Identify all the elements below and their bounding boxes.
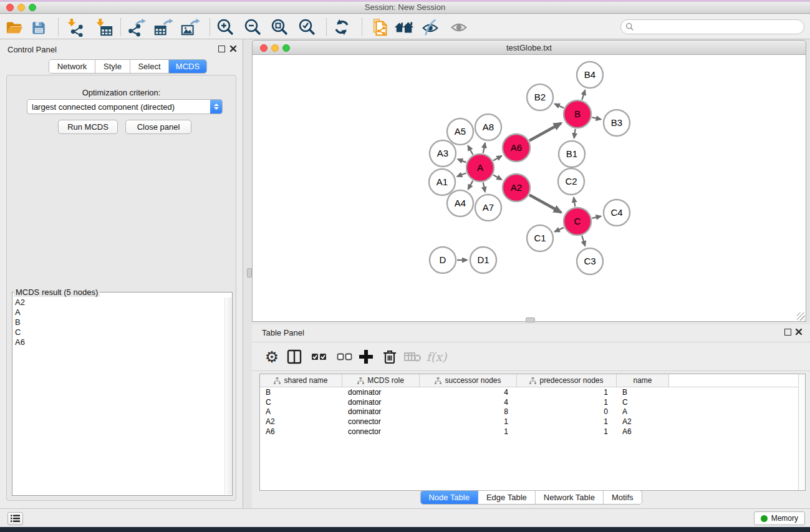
edge-A2-C[interactable] (529, 195, 561, 213)
edge-B-B1[interactable] (574, 129, 576, 138)
edge-A-A5[interactable] (468, 146, 473, 155)
close-panel-button[interactable]: Close panel (125, 120, 191, 134)
mcds-result-item-a2[interactable]: A2 (15, 297, 232, 307)
network-close-button[interactable] (260, 44, 268, 52)
run-mcds-button[interactable]: Run MCDS (58, 120, 118, 134)
edge-A-A2[interactable] (493, 175, 501, 180)
import-network-icon[interactable] (64, 17, 85, 38)
tab-select[interactable]: Select (130, 60, 169, 73)
horizontal-splitter-handle[interactable] (526, 317, 535, 322)
edge-A-A6[interactable] (493, 156, 501, 160)
minimize-window-button[interactable] (17, 4, 25, 11)
mcds-result-item-a6[interactable]: A6 (15, 337, 232, 347)
cell-MCDS-role[interactable]: connector (342, 427, 420, 436)
zoom-fit-icon[interactable] (269, 17, 290, 38)
edge-C-C3[interactable] (582, 236, 585, 246)
zoom-selected-icon[interactable] (296, 17, 317, 38)
select-all-checkboxes-icon[interactable] (310, 347, 329, 366)
cell-shared-name[interactable]: A2 (260, 417, 342, 426)
tab-network-table[interactable]: Network Table (536, 491, 604, 504)
table-row[interactable]: Adominator80A (260, 407, 805, 417)
search-field[interactable] (620, 19, 804, 34)
zoom-window-button[interactable] (29, 4, 36, 11)
float-table-panel-icon[interactable] (784, 329, 791, 336)
network-canvas[interactable]: AA1A2A3A4A5A6A7A8BB1B2B3B4CC1C2C3C4DD1 (252, 55, 806, 322)
dropdown-stepper-icon[interactable] (210, 100, 222, 114)
new-network-from-selection-icon[interactable] (370, 17, 391, 38)
cell-MCDS-role[interactable]: dominator (342, 388, 420, 397)
table-options-gear-icon[interactable]: ⚙ (263, 347, 281, 366)
tab-mcds[interactable]: MCDS (169, 60, 206, 73)
network-window-titlebar[interactable]: testGlobe.txt (252, 40, 806, 55)
cell-predecessor-nodes[interactable]: 1 (517, 398, 617, 407)
cell-successor-nodes[interactable]: 1 (420, 427, 517, 436)
column-header-shared-name[interactable]: shared name (260, 374, 342, 387)
tab-edge-table[interactable]: Edge Table (478, 491, 536, 504)
edge-A-A1[interactable] (457, 173, 466, 176)
network-graph[interactable]: AA1A2A3A4A5A6A7A8BB1B2B3B4CC1C2C3C4DD1 (253, 55, 806, 321)
cell-shared-name[interactable]: C (260, 398, 342, 407)
cell-name[interactable]: A6 (617, 427, 669, 436)
edge-B-B3[interactable] (592, 117, 600, 119)
window-resize-grip[interactable] (797, 312, 805, 321)
cell-successor-nodes[interactable]: 8 (420, 407, 517, 416)
mcds-result-item-b[interactable]: B (15, 317, 232, 327)
cell-successor-nodes[interactable]: 1 (420, 417, 517, 426)
open-file-icon[interactable] (3, 17, 24, 38)
cell-MCDS-role[interactable]: connector (342, 417, 420, 426)
edge-A6-B[interactable] (529, 123, 561, 140)
edge-A-A4[interactable] (468, 181, 473, 189)
network-zoom-button[interactable] (282, 44, 290, 52)
table-row[interactable]: A6connector11A6 (260, 427, 805, 437)
edge-C-C4[interactable] (592, 216, 600, 218)
deselect-all-checkboxes-icon[interactable] (335, 347, 354, 366)
close-window-button[interactable] (6, 4, 14, 11)
network-minimize-button[interactable] (271, 44, 279, 52)
tab-network[interactable]: Network (49, 60, 95, 73)
cell-predecessor-nodes[interactable]: 1 (517, 427, 617, 436)
cell-name[interactable]: C (617, 398, 669, 407)
cell-successor-nodes[interactable]: 4 (420, 398, 517, 407)
edge-B-B2[interactable] (555, 104, 564, 108)
mcds-result-item-a[interactable]: A (15, 307, 232, 317)
export-image-icon[interactable] (179, 17, 200, 38)
table-row[interactable]: A2connector11A2 (260, 417, 805, 427)
mcds-result-list[interactable]: A2ABCA6 (12, 297, 232, 495)
create-column-icon[interactable] (357, 347, 375, 366)
table-scrollbar[interactable] (798, 374, 805, 490)
show-all-icon[interactable] (448, 17, 470, 38)
search-input[interactable] (637, 21, 804, 32)
refresh-layout-icon[interactable] (331, 17, 352, 38)
edge-A-A8[interactable] (483, 143, 485, 153)
vertical-splitter-handle[interactable] (247, 268, 252, 278)
export-network-icon[interactable] (125, 17, 147, 38)
cell-predecessor-nodes[interactable]: 0 (517, 407, 617, 416)
column-header-MCDS-role[interactable]: MCDS role (342, 374, 420, 387)
hide-selected-icon[interactable] (420, 17, 441, 38)
cell-name[interactable]: A (617, 407, 669, 416)
cell-MCDS-role[interactable]: dominator (342, 398, 420, 407)
edge-A-A3[interactable] (458, 159, 466, 162)
cell-shared-name[interactable]: A (260, 407, 342, 416)
main-titlebar[interactable]: Session: New Session (0, 2, 810, 14)
cell-successor-nodes[interactable]: 4 (420, 388, 517, 397)
optimization-criterion-dropdown[interactable]: largest connected component (directed) (27, 99, 223, 114)
close-table-panel-icon[interactable] (795, 328, 803, 336)
mcds-list-scrollbar[interactable] (224, 297, 231, 495)
column-header-predecessor-nodes[interactable]: predecessor nodes (517, 374, 617, 387)
import-table-icon[interactable] (93, 17, 114, 38)
zoom-in-icon[interactable] (215, 17, 236, 38)
table-row[interactable]: Bdominator41B (260, 387, 805, 397)
delete-columns-icon[interactable] (380, 347, 399, 366)
cell-name[interactable]: B (617, 388, 669, 397)
zoom-out-icon[interactable] (242, 17, 263, 38)
edge-B-B4[interactable] (582, 90, 585, 100)
table-row[interactable]: Cdominator41C (260, 397, 805, 407)
memory-button[interactable]: Memory (754, 511, 805, 525)
cell-predecessor-nodes[interactable]: 1 (517, 388, 617, 397)
mcds-result-item-c[interactable]: C (15, 327, 232, 337)
edge-A-A7[interactable] (483, 183, 485, 192)
cell-MCDS-role[interactable]: dominator (342, 407, 420, 416)
tab-node-table[interactable]: Node Table (420, 491, 478, 504)
column-header-name[interactable]: name (617, 374, 669, 387)
